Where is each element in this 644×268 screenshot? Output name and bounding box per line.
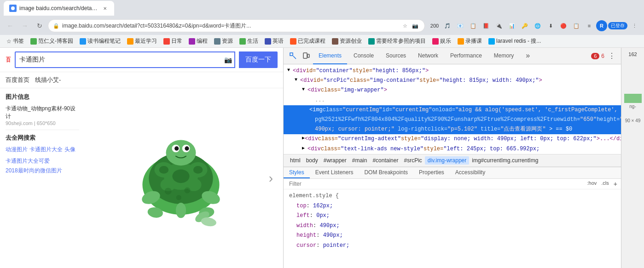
add-style-button[interactable]: + [614,180,617,188]
bookmark-2[interactable]: 读书编程笔记 [77,36,123,46]
inspect-element-button[interactable] [287,50,299,62]
bookmark-manage[interactable]: ☆ 书签 [4,36,27,46]
svg-point-8 [172,169,189,183]
styles-tab-event-listeners[interactable]: Event Listeners [310,167,359,178]
expand-arrow-3[interactable]: ▼ [302,86,307,93]
hov-button[interactable]: :hov [587,180,597,188]
baidu-search-button[interactable]: 百度一下 [239,51,278,68]
bookmark-12[interactable]: 娱乐 [429,36,454,46]
tag-5[interactable]: 2018最时尚的微信图片 [6,167,79,175]
expand-arrow-7[interactable]: ▶ [302,145,307,152]
camera-icon[interactable]: 📷 [411,21,420,30]
styles-tab-properties[interactable]: Properties [413,167,450,178]
extension-icon-7[interactable]: 🔑 [519,20,531,32]
camera-icon[interactable]: 📷 [221,56,234,63]
bk-icon-7 [239,38,246,45]
bookmark-13[interactable]: 录播课 [455,36,485,46]
bookmark-14[interactable]: laravel redis - 搜... [486,36,544,46]
tag-4[interactable]: 卡通图片大全可爱 [6,157,79,165]
tab-bar: image baidu.com/search/detail?ct=5033164… [0,0,644,17]
extension-icon-10[interactable]: 🔴 [557,20,569,32]
extension-icon-12[interactable]: ≡ [583,20,595,32]
extension-icon-9[interactable]: ⬇ [545,20,557,32]
bookmark-7[interactable]: 生活 [237,36,261,46]
bookmark-5[interactable]: 编程 [186,36,210,46]
error-count: 6 [601,53,604,59]
address-bar-row: ← → ↻ 🔒 image.baidu.com/search/detail?ct… [0,17,644,35]
baidu-panel: 百 📷 百度一下 百度首页 线描小艾- 图片信息 卡通动物_动物png素材-90… [0,48,283,268]
profile-button[interactable]: R [596,20,607,31]
breadcrumb-srcpic[interactable]: #srcPic [401,156,424,165]
menu-button[interactable]: ⋮ [628,20,640,32]
extension-icon-1[interactable]: 🎵 [441,20,453,32]
tab-sources[interactable]: Sources [380,48,412,64]
svg-point-20 [175,202,186,217]
breadcrumb-wrapper[interactable]: #wrapper [321,156,349,165]
back-button[interactable]: ← [4,19,17,32]
bookmark-3[interactable]: 最近学习 [124,36,160,46]
active-tab[interactable]: image baidu.com/search/detail?ct=5033164… [4,1,114,16]
extension-icon-3[interactable]: 📋 [467,20,479,32]
styles-filter-input[interactable] [287,180,586,188]
right-panel-number: 162 [628,51,637,57]
tab-close-button[interactable]: ✕ [101,5,109,12]
right-label-2: 90 × 49 [625,118,641,123]
extension-icon-6[interactable]: 📊 [506,20,518,32]
bookmark-11[interactable]: 需要经常参照的项目 [366,36,429,46]
bookmark-9[interactable]: 已完成课程 [287,36,328,46]
baidu-nav-homepage[interactable]: 百度首页 [6,75,29,85]
extension-icon-4[interactable]: 📕 [480,20,492,32]
cls-button[interactable]: .cls [601,180,609,188]
svg-point-11 [166,140,196,165]
breadcrumb-container[interactable]: #container [370,156,401,165]
forward-button[interactable]: → [18,19,31,32]
next-arrow[interactable]: › [269,171,273,186]
tab-more[interactable]: » [520,48,535,64]
extension-icon-2[interactable]: 📧 [454,20,466,32]
refresh-button[interactable]: ↻ [33,19,46,32]
expand-arrow-2[interactable]: ▼ [295,76,300,84]
styles-tab-dom-breakpoints[interactable]: DOM Breakpoints [359,167,413,178]
result-sub-1: 90sheji.com | 650*650 [6,120,79,126]
expand-arrow-1[interactable]: ▼ [287,67,293,74]
tree-line-img-end: 490px; cursor: pointer;" log-rightclick=… [284,125,621,134]
baidu-nav-item2[interactable]: 线描小艾- [35,75,61,85]
address-text: image.baidu.com/search/detail?ct=5033164… [62,22,398,30]
breadcrumb-imgwrapper[interactable]: div.img-wrapper [425,156,469,165]
breadcrumb-currentimg[interactable]: img#currentImg.currentImg [469,156,541,165]
tab-elements[interactable]: Elements [313,48,347,64]
extension-icon-11[interactable]: 📋 [570,20,582,32]
device-toggle-button[interactable] [300,50,312,62]
svg-point-0 [11,6,15,10]
baidu-search-input[interactable] [16,52,221,67]
styles-tab-accessibility[interactable]: Accessibility [450,167,491,178]
tag-1[interactable]: 动漫图片 [6,146,28,154]
breadcrumb-main[interactable]: #main [349,156,370,165]
bookmark-1[interactable]: 范仁义-博客园 [28,36,76,46]
tab-performance[interactable]: Performance [445,48,487,64]
styles-tab-styles[interactable]: Styles [284,167,310,178]
tag-3[interactable]: 头像 [64,146,75,154]
zoom-level: 200 [429,20,441,32]
devtools-menu-button[interactable]: ⋮ [606,51,617,60]
extension-icon-5[interactable]: 🔌 [493,20,505,32]
tree-line-img[interactable]: <img class="currentImg" id="currentImg" … [284,105,621,115]
tab-memory[interactable]: Memory [488,48,519,64]
bookmark-8[interactable]: 英语 [262,36,286,46]
bookmark-4[interactable]: 日常 [161,36,185,46]
tag-2[interactable]: 卡通图片大全 [29,146,63,154]
address-bar[interactable]: 🔒 image.baidu.com/search/detail?ct=50331… [48,19,425,32]
tab-network[interactable]: Network [412,48,444,64]
extension-icon-8[interactable]: 🌐 [532,20,544,32]
styles-filter-row: :hov .cls + [284,179,621,189]
star-icon[interactable]: ☆ [400,21,410,30]
baidu-logo: 百 [6,56,11,64]
bk-icon-5 [189,38,195,45]
lock-icon: 🔒 [53,23,59,29]
breadcrumb-html[interactable]: html [287,156,303,165]
browser-actions: 200 🎵 📧 📋 📕 🔌 📊 🔑 🌐 ⬇ 🔴 📋 ≡ R 已登存 ⋮ [429,20,640,32]
bookmark-10[interactable]: 资源创业 [329,36,365,46]
breadcrumb-body[interactable]: body [303,156,321,165]
tab-console[interactable]: Console [348,48,379,64]
bookmark-6[interactable]: 资源 [211,36,236,46]
